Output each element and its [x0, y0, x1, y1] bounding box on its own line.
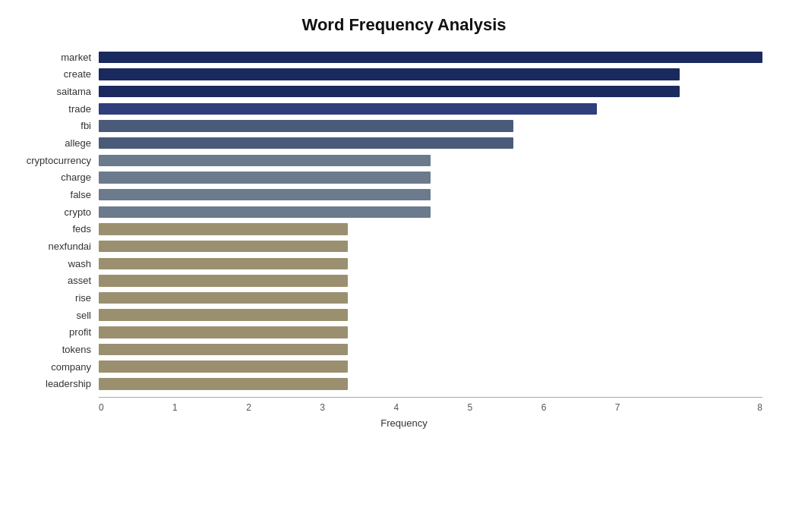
- bar-track: [99, 360, 762, 372]
- bar-row: allege: [99, 134, 762, 152]
- bar-label: crypto: [15, 206, 99, 218]
- bar-track: [99, 258, 762, 269]
- bar-label: charge: [15, 172, 99, 183]
- bar-fill: [99, 172, 431, 183]
- x-tick: 1: [172, 402, 246, 413]
- bar-track: [99, 292, 762, 304]
- bar-fill: [99, 309, 348, 320]
- bar-row: crypto: [99, 203, 762, 221]
- bar-track: [99, 103, 762, 115]
- bar-fill: [99, 206, 431, 218]
- bar-fill: [99, 378, 348, 389]
- bar-row: nexfundai: [99, 238, 762, 255]
- bar-fill: [99, 155, 431, 166]
- x-tick: 6: [541, 402, 615, 413]
- bar-row: create: [99, 66, 762, 83]
- bar-track: [99, 326, 762, 338]
- x-tick: 5: [468, 402, 541, 413]
- bar-label: create: [15, 68, 99, 80]
- bar-row: cryptocurrency: [99, 152, 762, 169]
- bar-label: nexfundai: [15, 241, 99, 252]
- chart-area: marketcreatesaitamatradefbiallegecryptoc…: [99, 49, 762, 429]
- bar-label: false: [15, 189, 99, 200]
- bar-fill: [99, 344, 348, 355]
- bar-track: [99, 275, 762, 286]
- bar-row: profit: [99, 324, 762, 342]
- bar-row: fbi: [99, 118, 762, 135]
- x-tick: 7: [615, 402, 689, 413]
- bar-label: market: [15, 52, 99, 63]
- chart-container: Word Frequency Analysis marketcreatesait…: [0, 0, 808, 532]
- bar-row: trade: [99, 100, 762, 118]
- bar-label: leadership: [15, 378, 99, 389]
- x-tick: 0: [99, 402, 172, 413]
- bar-track: [99, 344, 762, 355]
- bar-label: cryptocurrency: [15, 155, 99, 166]
- bar-label: allege: [15, 137, 99, 149]
- bar-fill: [99, 360, 348, 372]
- bar-row: company: [99, 358, 762, 376]
- chart-title: Word Frequency Analysis: [46, 15, 762, 35]
- bar-row: saitama: [99, 83, 762, 100]
- bar-row: tokens: [99, 341, 762, 358]
- bar-fill: [99, 52, 762, 63]
- bar-fill: [99, 326, 348, 338]
- bar-row: asset: [99, 272, 762, 290]
- bar-row: charge: [99, 169, 762, 187]
- bar-row: false: [99, 186, 762, 203]
- x-tick: 8: [689, 402, 762, 413]
- bar-fill: [99, 103, 597, 115]
- bar-label: saitama: [15, 86, 99, 97]
- bar-track: [99, 223, 762, 235]
- bar-label: wash: [15, 258, 99, 269]
- bar-track: [99, 241, 762, 252]
- bar-row: rise: [99, 289, 762, 307]
- x-axis-label: Frequency: [46, 417, 762, 429]
- bar-track: [99, 189, 762, 200]
- bar-track: [99, 309, 762, 320]
- bar-row: sell: [99, 307, 762, 324]
- bar-fill: [99, 86, 680, 97]
- bar-label: trade: [15, 103, 99, 115]
- bar-label: fbi: [15, 120, 99, 131]
- bar-row: market: [99, 49, 762, 66]
- bar-track: [99, 155, 762, 166]
- bar-label: feds: [15, 223, 99, 235]
- bar-track: [99, 137, 762, 149]
- bar-fill: [99, 223, 348, 235]
- bar-fill: [99, 137, 513, 149]
- bar-fill: [99, 258, 348, 269]
- bar-row: feds: [99, 221, 762, 238]
- bar-fill: [99, 292, 348, 304]
- bar-label: company: [15, 361, 99, 373]
- bar-label: asset: [15, 275, 99, 286]
- bar-track: [99, 378, 762, 389]
- bar-fill: [99, 275, 348, 286]
- bar-label: profit: [15, 326, 99, 338]
- bar-row: leadership: [99, 375, 762, 392]
- bar-track: [99, 52, 762, 63]
- bar-track: [99, 206, 762, 218]
- bar-fill: [99, 120, 513, 131]
- x-tick: 4: [393, 402, 467, 413]
- bar-fill: [99, 68, 680, 80]
- bar-track: [99, 86, 762, 97]
- bar-row: wash: [99, 255, 762, 272]
- bar-track: [99, 68, 762, 80]
- bars-wrapper: marketcreatesaitamatradefbiallegecryptoc…: [99, 49, 762, 392]
- bar-label: tokens: [15, 344, 99, 355]
- bar-fill: [99, 241, 348, 252]
- bar-label: rise: [15, 292, 99, 304]
- x-tick: 3: [320, 402, 393, 413]
- x-tick: 2: [246, 402, 320, 413]
- bar-fill: [99, 189, 431, 200]
- bar-track: [99, 120, 762, 131]
- bar-label: sell: [15, 310, 99, 321]
- bar-track: [99, 172, 762, 183]
- x-axis: 012345678: [99, 397, 762, 413]
